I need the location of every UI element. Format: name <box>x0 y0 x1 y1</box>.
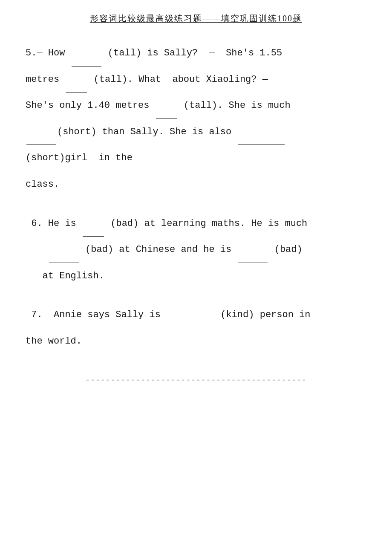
exercise-6: 6. He is (bad) at learning maths. He is … <box>26 211 366 289</box>
blank-6-3 <box>238 263 268 263</box>
exercise-7: 7. Annie says Sally is (kind) person in … <box>26 302 366 354</box>
divider: ----------------------------------------… <box>26 376 366 384</box>
blank-7-1 <box>167 328 214 328</box>
blank-5-5 <box>238 145 285 145</box>
exercise-5-line-1: 5.— How (tall) is Sally? — She's 1.55 <box>26 40 366 66</box>
exercise-6-line-3: at English. <box>26 263 366 289</box>
exercise-5-line-5: (short)girl in the <box>26 145 366 171</box>
exercise-5-line-6: class. <box>26 171 366 198</box>
content: 5.— How (tall) is Sally? — She's 1.55 me… <box>26 40 366 384</box>
page-title: 形容词比较级最高级练习题——填空巩固训练100题 <box>26 13 366 27</box>
exercise-6-line-2: (bad) at Chinese and he is (bad) <box>26 237 366 263</box>
exercise-5-line-3: She's only 1.40 metres (tall). She is mu… <box>26 92 366 119</box>
exercise-7-line-1: 7. Annie says Sally is (kind) person in <box>26 302 366 328</box>
exercise-5-line-2: metres (tall). What about Xiaoling? — <box>26 66 366 93</box>
exercise-5: 5.— How (tall) is Sally? — She's 1.55 me… <box>26 40 366 198</box>
exercise-5-line-4: (short) than Sally. She is also <box>26 119 366 145</box>
exercise-7-line-2: the world. <box>26 328 366 355</box>
exercise-6-line-1: 6. He is (bad) at learning maths. He is … <box>26 211 366 237</box>
